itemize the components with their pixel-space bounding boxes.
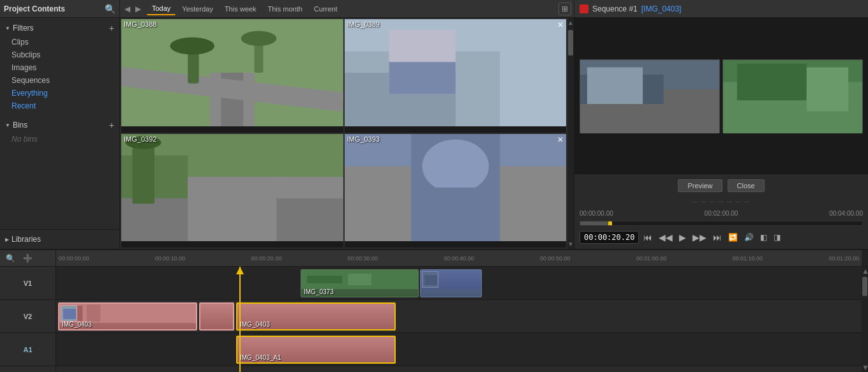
thumbnail-0388[interactable]: IMG_0388 [121,19,343,133]
browser-panel: ◀ ▶ Today Yesterday This week This month… [120,0,574,249]
clip-v2-3-selected[interactable]: IMG_0403 [236,302,396,331]
thumbnail-0389[interactable]: IMG_0389 ✕ [345,19,567,133]
mark-in-icon[interactable]: ◧ [758,232,769,243]
go-end-btn[interactable]: ⏭ [711,231,724,244]
tab-this-month[interactable]: This month [262,3,307,15]
left-panel: Project Contents 🔍 ▼ Filters + Clips Sub… [0,0,120,249]
grid-view-icon[interactable]: ⊞ [558,3,571,15]
scroll-down-arrow[interactable]: ▼ [566,239,575,249]
add-bin-icon[interactable]: + [109,120,114,130]
thumb-image-0392 [121,134,343,241]
timeline-ruler: 00:00:00:00 00:00:10.00 00:00:20.00 00:0… [56,250,862,266]
audio-icon[interactable]: 🔊 [742,232,756,243]
triangle-icon: ▼ [5,26,10,31]
libraries-section: ▶ Libraries [0,229,119,249]
thumb-label-0393: IMG_0393 [347,135,380,143]
libraries-label: Libraries [11,235,41,244]
close-button[interactable]: Close [728,179,765,192]
clip-label-0373: IMG_0373 [304,288,334,295]
nav-arrows: ◀ ▶ [123,3,143,15]
svg-point-5 [170,38,214,55]
zoom-in-icon[interactable]: ➕ [21,253,34,264]
scroll-down[interactable]: ▼ [862,363,868,372]
step-back-btn[interactable]: ◀◀ [657,231,675,244]
back-arrow[interactable]: ◀ [123,3,132,15]
timecode-start: 00:00:00.00 [580,210,613,217]
ruler-mark-2: 00:00:20.00 [251,255,282,262]
go-start-btn[interactable]: ⏮ [641,231,654,244]
filter-items-list: Clips Subclips Images Sequences Everythi… [4,36,116,112]
libraries-triangle-icon: ▶ [5,237,9,242]
mark-out-icon[interactable]: ◨ [772,232,782,243]
play-btn[interactable]: ▶ [677,231,688,244]
timeline-progress-fill [580,221,608,225]
preview-button[interactable]: Preview [678,179,722,192]
track-v2[interactable]: IMG_0403 IMG_0403 [56,300,862,333]
ruler-mark-1: 00:00:10.00 [155,255,186,262]
filter-recent[interactable]: Recent [9,100,116,112]
track-v1[interactable]: IMG_0373 [56,267,862,300]
tab-today[interactable]: Today [147,3,176,15]
clip-a1-1[interactable]: IMG_0403_A1 [236,336,396,364]
thumbnails-grid: IMG_0388 [120,18,567,249]
filters-header[interactable]: ▼ Filters + [4,20,116,36]
svg-rect-42 [63,309,76,319]
bins-header-left: ▼ Bins [5,121,27,130]
filter-clips[interactable]: Clips [9,36,116,48]
step-fwd-btn[interactable]: ▶▶ [691,231,708,244]
timeline-progress-bar[interactable] [580,221,863,226]
track-label-a1: A1 [0,333,56,366]
current-timecode[interactable]: 00:00:20.20 [580,231,639,244]
thumb-close-0393[interactable]: ✕ [557,135,564,144]
forward-arrow[interactable]: ▶ [133,3,143,15]
search-icon[interactable]: 🔍 [105,4,116,14]
clip-v1-second[interactable] [420,269,482,297]
v-scrollbar[interactable]: ▲ ▼ [862,267,868,372]
thumbnail-0393[interactable]: IMG_0393 ✕ [345,134,567,248]
scroll-up-arrow[interactable]: ▲ [566,18,575,27]
browser-nav: ◀ ▶ Today Yesterday This week This month… [120,0,574,18]
preview-thumb-2[interactable] [722,59,863,133]
svg-rect-17 [188,177,276,241]
bins-header[interactable]: ▼ Bins + [4,117,116,133]
tab-yesterday[interactable]: Yesterday [177,3,218,15]
filter-sequences[interactable]: Sequences [9,74,116,87]
track-a1[interactable]: IMG_0403_A1 [56,333,862,366]
panel-header: Project Contents 🔍 [0,0,119,18]
thumb-close-0389[interactable]: ✕ [557,20,564,29]
ruler-mark-3: 00:00:30.00 [347,255,378,262]
bins-label: Bins [13,121,27,130]
playhead-line [239,267,241,372]
thumbnail-0392[interactable]: IMG_0392 [121,134,343,248]
loop-icon[interactable]: 🔁 [726,232,740,243]
filter-images[interactable]: Images [9,61,116,74]
zoom-out-icon[interactable]: 🔍 [4,253,17,264]
ruler-marks: 00:00:00:00 00:00:10.00 00:00:20.00 00:0… [59,255,859,262]
filters-header-left: ▼ Filters [5,24,34,33]
filter-everything[interactable]: Everything [9,87,116,100]
libraries-header[interactable]: ▶ Libraries [4,232,116,246]
preview-thumb-1[interactable] [580,59,720,133]
sequence-indicator [580,4,588,13]
v-scrollbar-thumb[interactable] [862,277,867,296]
scrollbar-thumb[interactable] [568,30,573,56]
ruler-mark-7: 00:01:10.00 [733,255,763,262]
thumb-label-0388: IMG_0388 [124,20,156,28]
timeline-body: V1 V2 A1 IM [0,267,868,372]
clip-v2-2[interactable] [199,302,234,331]
tab-current[interactable]: Current [309,3,343,15]
preview-controls: Preview Close — — — — — — — 00:00:00.00 … [574,174,868,249]
add-filter-icon[interactable]: + [109,23,114,33]
clip-v2-1[interactable]: IMG_0403 [58,302,197,331]
browser-scrollbar[interactable]: ▲ ▼ [567,18,574,249]
timeline-area: 🔍 ➕ 00:00:00:00 00:00:10.00 00:00:20.00 … [0,249,868,372]
filter-subclips[interactable]: Subclips [9,48,116,61]
clip-img-0373[interactable]: IMG_0373 [301,269,419,297]
tab-this-week[interactable]: This week [220,3,262,15]
v-scrollbar-top[interactable] [862,250,868,266]
scroll-up[interactable]: ▲ [862,267,868,276]
timecode-end: 00:04:00.00 [829,210,863,217]
preview-buttons: Preview Close [580,177,863,195]
svg-rect-32 [807,67,848,111]
timecodes: 00:00:00.00 00:02:00.00 00:04:00.00 [580,209,863,218]
